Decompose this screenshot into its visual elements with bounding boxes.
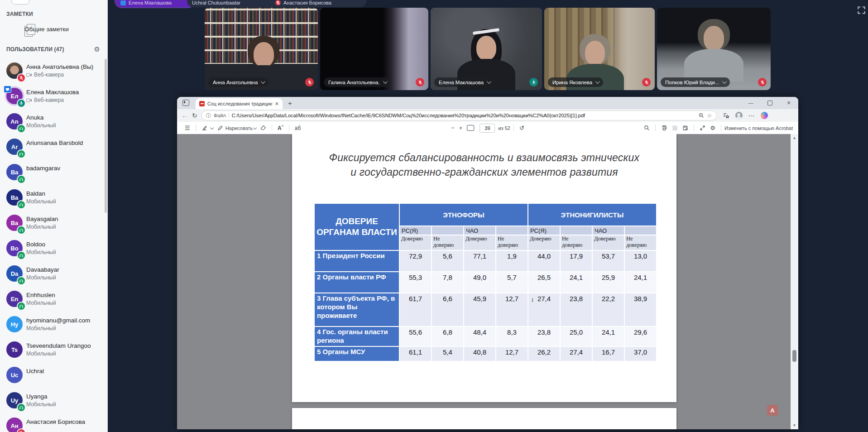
participant-row[interactable]: BaBaldanМобильный [0,188,107,214]
save-icon [672,125,678,131]
panel-top-partial-control[interactable] [11,0,29,5]
data-cell: 24,1 [625,272,656,293]
save-as-icon[interactable] [682,125,688,131]
url-scheme-label: Файл [214,113,226,118]
participant-row[interactable]: BoBoldooМобильный [0,239,107,264]
zoom-in-icon[interactable]: + [459,125,463,131]
participant-connection: Мобильный [26,122,56,129]
favorites-list-icon[interactable] [723,112,729,119]
video-tile[interactable]: Галина Анатольевна. [320,8,428,90]
webcam-icon [26,73,32,77]
data-cell: 40,8 [464,347,495,361]
url-box[interactable]: ⓘ Файл C:/Users/User/AppData/Local/Micro… [201,110,717,120]
scroll-down-icon[interactable]: ▼ [791,423,798,427]
data-cell: 22,2 [593,293,624,326]
close-button[interactable]: ✕ [779,97,798,109]
speaker-pill[interactable]: Uchral Chuluunbaatar [187,0,278,7]
meeting-app-window: ЗАМЕТКИ Общие заметки ПОЛЬЗОВАТЕЛИ (47) … [0,0,868,432]
tab-close-icon[interactable]: ✕ [275,101,279,107]
shared-notes-item[interactable]: Общие заметки [0,22,107,39]
highlighter-dropdown-icon[interactable] [210,125,213,129]
toc-icon[interactable]: ☰ [185,125,190,131]
table-region-header: РС(Я) [528,226,560,235]
tile-participant-name: Ирина Яковлева [552,80,592,85]
sidebar-scrollbar[interactable] [105,59,107,213]
table-trust-header: Доверяю [593,235,624,250]
tile-name-pill[interactable]: Елена Маклашова [434,77,494,87]
tile-name-pill[interactable]: Попков Юрий Влади... [661,77,730,87]
users-section-header: ПОЛЬЗОВАТЕЛИ (47) [6,46,64,53]
table-trust-header: Не доверяю [625,235,656,250]
participant-name: badamgarav [26,165,60,172]
participant-row[interactable]: ArAriunsanaa Barsbold [0,138,107,163]
participant-row[interactable]: EnEnhhuslenМобильный [0,290,107,315]
read-aloud-icon[interactable]: аб [295,125,301,131]
tile-name-pill[interactable]: Галина Анатольевна. [324,77,391,87]
data-cell: 61,7 [400,293,431,326]
zoom-out-icon[interactable]: − [451,125,455,131]
video-tile[interactable]: Анна Анатольевна [205,8,318,90]
highlighter-icon[interactable] [201,125,207,131]
video-tile[interactable]: Попков Юрий Влади... [657,8,771,90]
favorite-star-icon[interactable]: ☆ [707,112,712,119]
restore-button[interactable] [760,97,779,109]
pdf-file-icon [199,101,205,106]
data-cell: 37,0 [625,347,656,361]
draw-pen-icon[interactable] [217,125,223,131]
draw-label[interactable]: Нарисовать [225,125,253,131]
minimize-button[interactable]: — [741,97,760,109]
page-info-icon[interactable]: ⓘ [206,112,211,119]
participant-row[interactable]: Hyhyominanu@gmail.comМобильный [0,315,107,341]
participant-row[interactable]: Анна Анатольевна (Вы)Веб-камера [0,62,107,87]
search-icon[interactable] [644,125,650,131]
back-icon[interactable]: ← [182,112,188,119]
video-tile[interactable]: Ирина Яковлева [544,8,655,90]
data-cell: 45,9 [464,293,495,326]
participant-connection: Веб-камера [26,72,64,78]
table-region-header [625,226,656,235]
refresh-icon[interactable]: ↻ [192,112,197,119]
fit-page-icon[interactable] [467,125,474,131]
new-tab-button[interactable]: + [288,99,292,107]
more-menu-icon[interactable]: ⋯ [748,112,755,119]
tile-name-pill[interactable]: Ирина Яковлева [548,77,603,87]
fullscreen-icon[interactable] [857,6,866,14]
tile-mic-muted-icon [758,78,767,86]
participant-row[interactable]: BaBayasgalanМобильный [0,214,107,239]
rotate-icon[interactable]: ↺ [519,125,524,131]
acrobat-floating-button[interactable]: A [767,405,778,416]
draw-dropdown-icon[interactable] [253,125,257,129]
page-number-input[interactable]: 39 [480,124,495,133]
tile-name-pill[interactable]: Анна Анатольевна [208,77,269,87]
participant-row[interactable]: ЕлЕлена МаклашоваВеб-камера [0,87,107,112]
participant-connection: Мобильный [26,224,56,230]
workspaces-icon[interactable] [182,100,189,106]
pdf-settings-gear-icon[interactable]: ⚙ [710,125,715,131]
zoom-level-icon[interactable] [699,113,704,118]
participant-row[interactable]: Babadamgarav [0,163,107,188]
edit-with-acrobat-button[interactable]: Изменить с помощью Acrobat [724,125,793,131]
participant-row[interactable]: TsTseveendulam UrangooМобильный [0,341,107,366]
add-text-icon[interactable]: Aˆ [278,125,283,131]
participant-row[interactable]: UcUchral [0,366,107,391]
browser-tab[interactable]: Соц исследования традиции и н ✕ [196,98,283,109]
participant-row[interactable]: DaDavaabayarМобильный [0,264,107,290]
eraser-icon[interactable] [260,125,266,131]
speaker-pill[interactable]: Анастасия Борисова [270,0,366,7]
expand-icon[interactable] [700,125,705,131]
participant-row[interactable]: UyUyangaМобильный [0,391,107,417]
speaker-pill[interactable]: Елена Маклашова [115,0,194,7]
scroll-up-icon[interactable]: ▲ [791,136,798,140]
pdf-scrollbar[interactable]: ▲ ▼ [791,134,798,429]
participant-row[interactable]: AnAnukaМобильный [0,112,107,138]
headset-badge-icon [17,200,26,209]
pdf-viewport[interactable]: Фиксируется сбалансированность и взаимос… [177,134,798,429]
participant-row[interactable]: АнАнастасия Борисова [0,417,107,432]
print-icon[interactable] [661,125,667,131]
copilot-icon[interactable] [761,112,768,119]
data-cell: 26,5 [528,272,560,293]
profile-avatar-icon[interactable] [735,112,743,119]
scroll-thumb[interactable] [792,350,796,362]
users-settings-gear-icon[interactable]: ⚙ [94,45,100,53]
video-tile[interactable]: Елена Маклашова [431,8,542,90]
